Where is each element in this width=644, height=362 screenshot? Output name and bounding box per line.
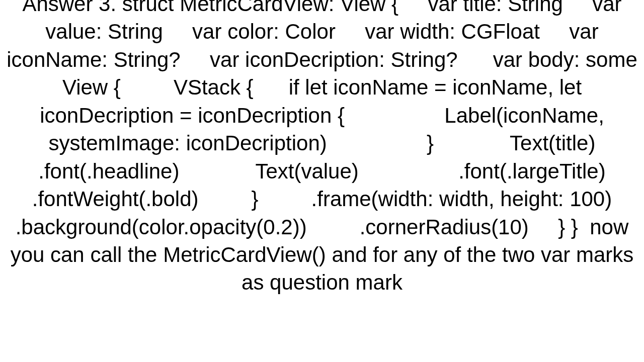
page-container: Answer 3. struct MetricCardView: View { …: [0, 0, 644, 362]
answer-body-text: Answer 3. struct MetricCardView: View { …: [0, 0, 644, 297]
